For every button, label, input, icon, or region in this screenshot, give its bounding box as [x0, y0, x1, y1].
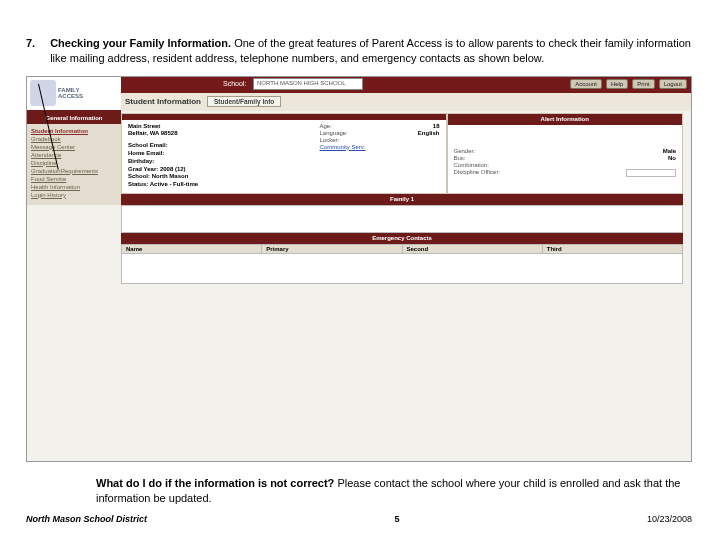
home-email: Home Email: — [128, 150, 320, 158]
school-name: School: North Mason — [128, 173, 320, 181]
sidebar-item-health[interactable]: Health Information — [31, 183, 117, 191]
sidebar-item-foodservice[interactable]: Food Service — [31, 175, 117, 183]
logout-button[interactable]: Logout — [659, 79, 687, 89]
emergency-body — [121, 254, 683, 284]
footer-date: 10/23/2008 — [647, 514, 692, 524]
intro-title: Checking your Family Information. — [50, 37, 231, 49]
sidebar-item-loginhist[interactable]: Login History — [31, 191, 117, 199]
intro-paragraph: 7. Checking your Family Information. One… — [26, 36, 692, 66]
app-screenshot: 8. School: NORTH MASON HIGH SCHOOL Accou… — [26, 76, 692, 463]
grad-year: Grad Year: 2008 (12) — [128, 166, 320, 174]
birthday: Birthday: — [128, 158, 320, 166]
tab-student-family[interactable]: Student/Family Info — [207, 96, 281, 107]
general-info-panel: Main Street Belfair, WA 98528 School Ema… — [121, 113, 447, 194]
family-band: Family 1 — [121, 194, 683, 205]
sidebar-item-attendance[interactable]: Attendance — [31, 151, 117, 159]
print-button[interactable]: Print — [632, 79, 654, 89]
step-number: 7. — [26, 36, 36, 66]
sidebar-item-messages[interactable]: Message Center — [31, 143, 117, 151]
sidebar-item-discipline[interactable]: Discipline — [31, 159, 117, 167]
account-button[interactable]: Account — [570, 79, 602, 89]
sidebar-item-gradreq[interactable]: GraduationRequirements — [31, 167, 117, 175]
community-serv-link[interactable]: Community Serv: — [320, 144, 440, 150]
page-title: Student Information — [125, 97, 201, 106]
addr-line2: Belfair, WA 98528 — [128, 130, 320, 138]
page-header: Student Information Student/Family Info — [121, 93, 691, 111]
sidebar-header: General Information — [27, 113, 121, 124]
status: Status: Active - Full-time — [128, 181, 320, 189]
help-button[interactable]: Help — [606, 79, 628, 89]
alert-band: Alert Information — [448, 114, 683, 125]
col-third: Third — [543, 245, 682, 253]
family-panel — [121, 205, 683, 233]
school-label: School: — [217, 77, 252, 90]
sidebar-nav: Student Information Gradebook Message Ce… — [27, 124, 121, 205]
footer-org: North Mason School District — [26, 514, 147, 524]
page-number: 5 — [394, 514, 399, 524]
alert-info-panel: Alert Information Gender:Male Bus:No Com… — [447, 113, 684, 194]
page-footer: North Mason School District 5 10/23/2008 — [26, 514, 692, 524]
outro-paragraph: What do I do if the information is not c… — [96, 476, 692, 506]
sidebar-item-gradebook[interactable]: Gradebook — [31, 135, 117, 143]
col-name: Name — [122, 245, 262, 253]
outro-title: What do I do if the information is not c… — [96, 477, 334, 489]
col-primary: Primary — [262, 245, 402, 253]
sidebar-item-student-info[interactable]: Student Information — [31, 127, 117, 135]
col-second: Second — [403, 245, 543, 253]
emergency-band: Emergency Contacts — [121, 233, 683, 244]
school-email: School Email: — [128, 142, 320, 150]
emergency-header-row: Name Primary Second Third — [121, 244, 683, 254]
school-select[interactable]: NORTH MASON HIGH SCHOOL — [253, 78, 363, 90]
addr-line1: Main Street — [128, 123, 320, 131]
